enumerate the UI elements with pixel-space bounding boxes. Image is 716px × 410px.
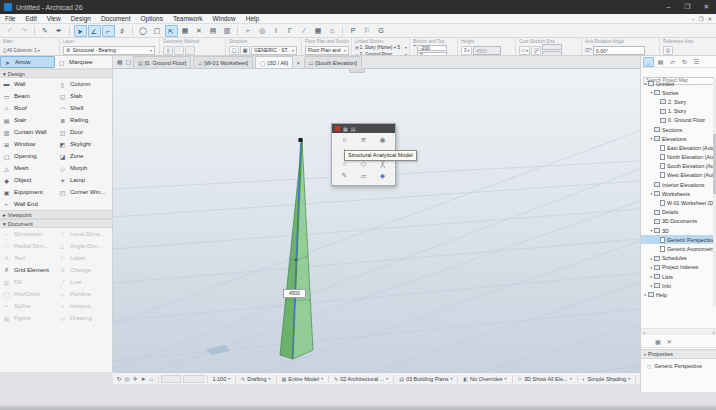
tree-item-details[interactable]: Details xyxy=(641,208,713,217)
tool-skylight[interactable]: ◩Skylight xyxy=(56,138,111,150)
tool-hotspot[interactable]: +Hotspot xyxy=(56,300,111,312)
geometry-vertical-button[interactable]: ▮ xyxy=(163,46,173,55)
split-view-icon[interactable]: ▦ xyxy=(115,56,124,68)
flag-icon[interactable]: ⚐ xyxy=(361,25,374,37)
tree-item-lists[interactable]: ▸Lists xyxy=(641,272,713,281)
navigator-menu-icon[interactable]: ☰ xyxy=(691,57,702,67)
renovation-filter-select[interactable]: ⚐3D Show All Ele...▾ xyxy=(514,376,574,382)
suspend-groups-icon[interactable]: ✕ xyxy=(193,25,206,37)
print-icon[interactable]: ▥ xyxy=(221,25,234,37)
palette-close-icon[interactable] xyxy=(335,126,340,131)
scale-select[interactable]: 1:100▾ xyxy=(209,376,233,382)
menu-file[interactable]: File xyxy=(0,14,20,24)
delete-view-icon[interactable]: ✕ xyxy=(667,338,672,345)
menu-teamwork[interactable]: Teamwork xyxy=(168,14,208,24)
floorplan-display-button[interactable]: Floor Plan and Section... ▾ xyxy=(305,46,349,55)
tool-zone[interactable]: ◪Zone xyxy=(56,150,111,162)
orbit-icon[interactable]: ↻ xyxy=(115,375,123,382)
pan-icon[interactable]: Γ xyxy=(284,25,297,37)
tree-item-worksheets[interactable]: ▾Worksheets xyxy=(641,189,713,198)
tool-column[interactable]: ▯Column xyxy=(56,78,111,90)
menu-window[interactable]: Window xyxy=(208,14,241,24)
layer-select[interactable]: ⊗ Structural - Bearing ▾ xyxy=(63,46,155,55)
tool-equipment[interactable]: ▣Equipment xyxy=(0,186,56,198)
tab-ground-floor[interactable]: ▤[0. Ground Floor] xyxy=(133,56,191,68)
maximize-button[interactable]: ❐ xyxy=(678,0,697,14)
snap-guides-icon[interactable]: ⌐ xyxy=(102,25,115,37)
tree-item-generic-axonometry[interactable]: Generic Axonometry xyxy=(641,244,713,253)
tool-marquee[interactable]: ▢Marquee xyxy=(55,56,110,68)
top-offset-field[interactable]: -200 xyxy=(417,45,447,51)
tab-3d-all[interactable]: ◯[3D / All] xyxy=(255,56,293,68)
tree-item-elevations[interactable]: ▾Elevations xyxy=(641,134,713,143)
tool-roof[interactable]: ⌂Roof xyxy=(0,102,56,114)
tree-item-stories[interactable]: ▾Stories xyxy=(641,88,713,97)
pan-status-icon[interactable]: ✛ xyxy=(131,375,139,382)
toolbox-section-design[interactable]: ▾Design xyxy=(0,69,112,78)
minimize-button[interactable]: – xyxy=(659,0,678,14)
tree-item-south-elevation-auto-[interactable]: South Elevation (Auto-... xyxy=(641,162,713,171)
tree-item-west-elevation-auto-r-[interactable]: West Elevation (Auto-r... xyxy=(641,171,713,180)
core-shape-button[interactable]: ▭▾ xyxy=(519,46,530,55)
view-settings-icon[interactable]: ▦ xyxy=(655,338,661,345)
project-map-icon[interactable]: ⌂ xyxy=(643,57,654,67)
style-select[interactable]: ◐Simple Shading▾ xyxy=(580,376,634,382)
zoom-preset-select[interactable] xyxy=(183,375,203,383)
properties-header[interactable]: ▾ Properties xyxy=(641,349,716,359)
menu-design[interactable]: Design xyxy=(66,14,96,24)
toolbox-section-viewpoint[interactable]: ▸Viewpoint xyxy=(0,210,112,219)
tool-level-dime-[interactable]: ↕Level Dime... xyxy=(56,228,111,240)
child-close-button[interactable]: ✕ xyxy=(707,16,712,22)
inject-parameters-icon[interactable]: ✒ xyxy=(53,25,66,37)
axis-rotation-field[interactable]: 0.00° xyxy=(593,46,645,55)
gravity-icon[interactable]: ⇱ xyxy=(165,25,178,37)
structural-analytical-model-icon[interactable]: ⌗ xyxy=(335,135,354,145)
tool-change[interactable]: ΔChange xyxy=(56,264,111,276)
undo-icon[interactable]: ↶ xyxy=(4,25,17,37)
core-width-field[interactable] xyxy=(542,44,562,50)
tool-slab[interactable]: ◱Slab xyxy=(56,90,111,102)
tool-drawing[interactable]: ▱Drawing xyxy=(56,312,111,324)
model-view-select[interactable]: ✎Drafting▾ xyxy=(238,376,273,382)
chevron-down-icon[interactable]: ▾ xyxy=(38,48,40,53)
tab-south-elevation[interactable]: ▭[South Elevation] xyxy=(304,56,362,68)
filter-select[interactable]: ▦Entire Model▾ xyxy=(279,376,327,382)
tree-item-w-01-worksheet-deta-[interactable]: W-01 Worksheet (Deta... xyxy=(641,198,713,207)
palette-title-bar[interactable]: ▦ ▤ xyxy=(332,124,395,133)
tool-line[interactable]: ╱Line xyxy=(56,276,111,288)
tree-item-sections[interactable]: Sections xyxy=(641,125,713,134)
profile-select[interactable]: GENERIC - ST... ▾ xyxy=(251,46,297,55)
tool-arc-circle[interactable]: ◯Arc/Circle xyxy=(0,288,56,300)
palette-icon-12[interactable]: ◈ xyxy=(373,171,392,181)
layers-icon[interactable]: ▤ xyxy=(207,25,220,37)
structure-profile-button[interactable]: ▣ xyxy=(240,46,250,55)
menu-edit[interactable]: Edit xyxy=(20,14,41,24)
tool-text[interactable]: AText xyxy=(0,252,56,264)
height-field[interactable]: 4500 xyxy=(473,46,501,55)
capture-icon[interactable]: G xyxy=(375,25,388,37)
tool-opening[interactable]: ▢Opening xyxy=(0,150,56,162)
tool-wall[interactable]: ▬Wall xyxy=(0,78,56,90)
palette-icon-2[interactable]: ≋ xyxy=(354,135,373,145)
zoom-icon[interactable]: ◎ xyxy=(256,25,269,37)
group-icon[interactable]: ▦ xyxy=(179,25,192,37)
tree-item-help[interactable]: ▸Help xyxy=(641,290,713,299)
tool-dimension[interactable]: ↔Dimension xyxy=(0,228,56,240)
home-status-icon[interactable]: ⌂ xyxy=(147,376,155,382)
height-mode-button[interactable]: ⇕▾ xyxy=(461,46,472,55)
ortho-icon[interactable]: ◯ xyxy=(137,25,150,37)
zoom-value-select[interactable] xyxy=(161,375,181,383)
dimension-tag[interactable]: 4500 xyxy=(283,289,306,298)
tool-stair[interactable]: ▤Stair xyxy=(0,114,56,126)
tool-grid-element[interactable]: ♯Grid Element xyxy=(0,264,56,276)
tree-item-interior-elevations[interactable]: Interior Elevations xyxy=(641,180,713,189)
fit-in-window-icon[interactable]: ⌐ xyxy=(242,25,255,37)
tool-label[interactable]: ⚐Label xyxy=(56,252,111,264)
child-restore-button[interactable]: ❐ xyxy=(698,16,703,22)
layer-combination-select[interactable]: ▤03 Building Plans▾ xyxy=(396,376,455,382)
new-tab-icon[interactable]: ▢ xyxy=(124,56,133,68)
zoom-status-icon[interactable]: ◎ xyxy=(123,375,131,382)
tool-spline[interactable]: ≈Spline xyxy=(0,300,56,312)
column-element[interactable] xyxy=(280,138,313,359)
pen-set-select[interactable]: ✎02 Architectural ...▾ xyxy=(331,376,391,382)
